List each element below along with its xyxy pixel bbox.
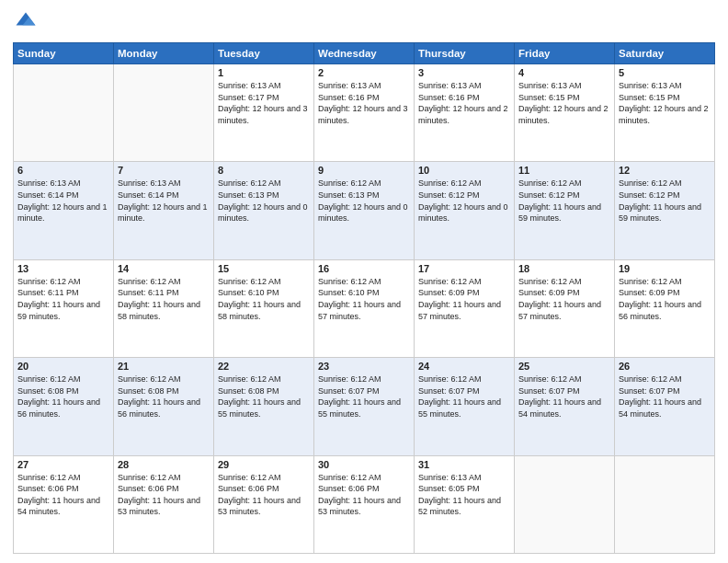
- day-info: Sunrise: 6:12 AM Sunset: 6:11 PM Dayligh…: [17, 276, 109, 322]
- table-row: 25Sunrise: 6:12 AM Sunset: 6:07 PM Dayli…: [515, 358, 615, 455]
- day-number: 6: [17, 165, 109, 176]
- day-number: 18: [518, 263, 610, 274]
- day-info: Sunrise: 6:13 AM Sunset: 6:14 PM Dayligh…: [17, 178, 109, 224]
- table-row: 28Sunrise: 6:12 AM Sunset: 6:06 PM Dayli…: [114, 455, 214, 553]
- table-row: 16Sunrise: 6:12 AM Sunset: 6:10 PM Dayli…: [314, 259, 415, 357]
- day-info: Sunrise: 6:12 AM Sunset: 6:07 PM Dayligh…: [518, 373, 610, 419]
- day-info: Sunrise: 6:13 AM Sunset: 6:14 PM Dayligh…: [118, 178, 210, 224]
- logo: [13, 9, 42, 35]
- calendar-header-row: Sunday Monday Tuesday Wednesday Thursday…: [14, 43, 715, 64]
- day-number: 11: [518, 165, 610, 176]
- table-row: 31Sunrise: 6:13 AM Sunset: 6:05 PM Dayli…: [415, 455, 515, 553]
- day-number: 16: [318, 263, 410, 274]
- table-row: 6Sunrise: 6:13 AM Sunset: 6:14 PM Daylig…: [14, 162, 114, 259]
- calendar-week-row: 6Sunrise: 6:13 AM Sunset: 6:14 PM Daylig…: [14, 162, 715, 259]
- table-row: 23Sunrise: 6:12 AM Sunset: 6:07 PM Dayli…: [314, 358, 415, 455]
- table-row: 17Sunrise: 6:12 AM Sunset: 6:09 PM Dayli…: [415, 259, 515, 357]
- col-thursday: Thursday: [415, 43, 515, 64]
- day-number: 3: [418, 67, 510, 78]
- table-row: 4Sunrise: 6:13 AM Sunset: 6:15 PM Daylig…: [515, 64, 615, 162]
- logo-icon: [13, 9, 39, 35]
- day-number: 20: [17, 361, 109, 372]
- day-number: 2: [318, 67, 410, 78]
- table-row: 1Sunrise: 6:13 AM Sunset: 6:17 PM Daylig…: [214, 64, 314, 162]
- day-info: Sunrise: 6:13 AM Sunset: 6:15 PM Dayligh…: [619, 80, 711, 126]
- col-sunday: Sunday: [14, 43, 114, 64]
- day-number: 12: [619, 165, 711, 176]
- day-info: Sunrise: 6:12 AM Sunset: 6:07 PM Dayligh…: [418, 373, 510, 419]
- day-info: Sunrise: 6:12 AM Sunset: 6:11 PM Dayligh…: [118, 276, 210, 322]
- day-info: Sunrise: 6:12 AM Sunset: 6:12 PM Dayligh…: [518, 178, 610, 224]
- col-monday: Monday: [114, 43, 214, 64]
- day-info: Sunrise: 6:12 AM Sunset: 6:10 PM Dayligh…: [318, 276, 410, 322]
- day-number: 26: [619, 361, 711, 372]
- day-number: 27: [17, 459, 109, 470]
- table-row: 18Sunrise: 6:12 AM Sunset: 6:09 PM Dayli…: [515, 259, 615, 357]
- day-number: 5: [619, 67, 711, 78]
- day-number: 25: [518, 361, 610, 372]
- day-number: 1: [218, 67, 310, 78]
- table-row: 11Sunrise: 6:12 AM Sunset: 6:12 PM Dayli…: [515, 162, 615, 259]
- day-info: Sunrise: 6:12 AM Sunset: 6:07 PM Dayligh…: [619, 373, 711, 419]
- table-row: 10Sunrise: 6:12 AM Sunset: 6:12 PM Dayli…: [415, 162, 515, 259]
- day-info: Sunrise: 6:13 AM Sunset: 6:16 PM Dayligh…: [418, 80, 510, 126]
- calendar-week-row: 20Sunrise: 6:12 AM Sunset: 6:08 PM Dayli…: [14, 358, 715, 455]
- day-number: 15: [218, 263, 310, 274]
- table-row: 26Sunrise: 6:12 AM Sunset: 6:07 PM Dayli…: [615, 358, 715, 455]
- day-info: Sunrise: 6:12 AM Sunset: 6:09 PM Dayligh…: [518, 276, 610, 322]
- day-number: 22: [218, 361, 310, 372]
- table-row: 3Sunrise: 6:13 AM Sunset: 6:16 PM Daylig…: [415, 64, 515, 162]
- col-wednesday: Wednesday: [314, 43, 415, 64]
- day-info: Sunrise: 6:12 AM Sunset: 6:09 PM Dayligh…: [619, 276, 711, 322]
- day-info: Sunrise: 6:12 AM Sunset: 6:08 PM Dayligh…: [17, 373, 109, 419]
- table-row: [515, 455, 615, 553]
- day-info: Sunrise: 6:13 AM Sunset: 6:05 PM Dayligh…: [418, 472, 510, 518]
- day-number: 30: [318, 459, 410, 470]
- day-number: 19: [619, 263, 711, 274]
- table-row: 9Sunrise: 6:12 AM Sunset: 6:13 PM Daylig…: [314, 162, 415, 259]
- day-number: 7: [118, 165, 210, 176]
- table-row: 24Sunrise: 6:12 AM Sunset: 6:07 PM Dayli…: [415, 358, 515, 455]
- day-info: Sunrise: 6:12 AM Sunset: 6:12 PM Dayligh…: [619, 178, 711, 224]
- day-info: Sunrise: 6:12 AM Sunset: 6:09 PM Dayligh…: [418, 276, 510, 322]
- table-row: 5Sunrise: 6:13 AM Sunset: 6:15 PM Daylig…: [615, 64, 715, 162]
- table-row: 14Sunrise: 6:12 AM Sunset: 6:11 PM Dayli…: [114, 259, 214, 357]
- col-friday: Friday: [515, 43, 615, 64]
- day-info: Sunrise: 6:13 AM Sunset: 6:16 PM Dayligh…: [318, 80, 410, 126]
- table-row: 8Sunrise: 6:12 AM Sunset: 6:13 PM Daylig…: [214, 162, 314, 259]
- day-number: 17: [418, 263, 510, 274]
- col-saturday: Saturday: [615, 43, 715, 64]
- page: Sunday Monday Tuesday Wednesday Thursday…: [0, 0, 728, 563]
- table-row: 15Sunrise: 6:12 AM Sunset: 6:10 PM Dayli…: [214, 259, 314, 357]
- calendar-table: Sunday Monday Tuesday Wednesday Thursday…: [13, 42, 715, 554]
- day-number: 28: [118, 459, 210, 470]
- col-tuesday: Tuesday: [214, 43, 314, 64]
- day-number: 14: [118, 263, 210, 274]
- day-info: Sunrise: 6:12 AM Sunset: 6:12 PM Dayligh…: [418, 178, 510, 224]
- day-info: Sunrise: 6:12 AM Sunset: 6:13 PM Dayligh…: [318, 178, 410, 224]
- day-number: 10: [418, 165, 510, 176]
- day-number: 23: [318, 361, 410, 372]
- day-number: 21: [118, 361, 210, 372]
- table-row: 13Sunrise: 6:12 AM Sunset: 6:11 PM Dayli…: [14, 259, 114, 357]
- day-number: 24: [418, 361, 510, 372]
- table-row: 22Sunrise: 6:12 AM Sunset: 6:08 PM Dayli…: [214, 358, 314, 455]
- table-row: [615, 455, 715, 553]
- calendar-week-row: 1Sunrise: 6:13 AM Sunset: 6:17 PM Daylig…: [14, 64, 715, 162]
- table-row: 20Sunrise: 6:12 AM Sunset: 6:08 PM Dayli…: [14, 358, 114, 455]
- table-row: [114, 64, 214, 162]
- day-info: Sunrise: 6:12 AM Sunset: 6:06 PM Dayligh…: [318, 472, 410, 518]
- day-number: 9: [318, 165, 410, 176]
- table-row: 21Sunrise: 6:12 AM Sunset: 6:08 PM Dayli…: [114, 358, 214, 455]
- table-row: 27Sunrise: 6:12 AM Sunset: 6:06 PM Dayli…: [14, 455, 114, 553]
- day-info: Sunrise: 6:12 AM Sunset: 6:07 PM Dayligh…: [318, 373, 410, 419]
- day-number: 29: [218, 459, 310, 470]
- table-row: 19Sunrise: 6:12 AM Sunset: 6:09 PM Dayli…: [615, 259, 715, 357]
- day-number: 8: [218, 165, 310, 176]
- day-info: Sunrise: 6:12 AM Sunset: 6:13 PM Dayligh…: [218, 178, 310, 224]
- day-info: Sunrise: 6:12 AM Sunset: 6:08 PM Dayligh…: [118, 373, 210, 419]
- table-row: 2Sunrise: 6:13 AM Sunset: 6:16 PM Daylig…: [314, 64, 415, 162]
- day-info: Sunrise: 6:12 AM Sunset: 6:08 PM Dayligh…: [218, 373, 310, 419]
- day-info: Sunrise: 6:13 AM Sunset: 6:17 PM Dayligh…: [218, 80, 310, 126]
- day-number: 4: [518, 67, 610, 78]
